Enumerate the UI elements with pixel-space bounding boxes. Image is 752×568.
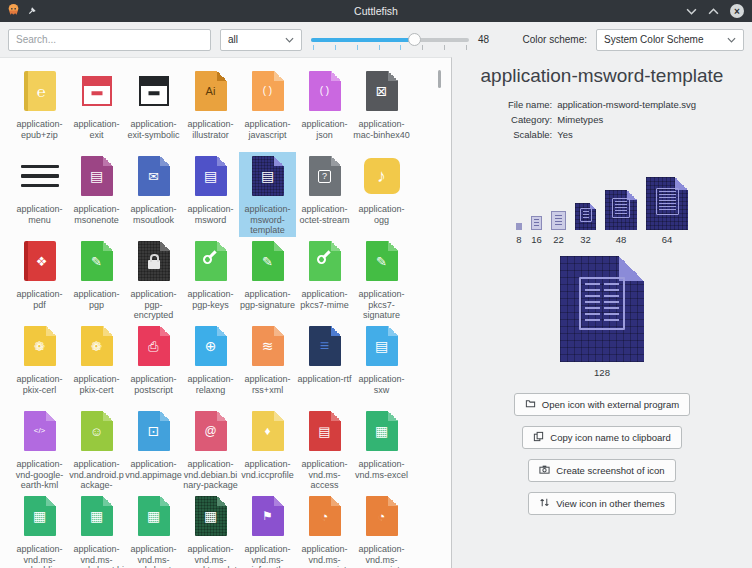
pin-icon[interactable] — [27, 2, 38, 20]
grid-item-application-vnd-ms-excel[interactable]: ▦application-vnd.ms-excel — [353, 407, 410, 492]
grid-item-application-vnd-iccprofile[interactable]: ♦application-vnd.iccprofile — [239, 407, 296, 492]
grid-item-application-vnd-ms-excel-templat[interactable]: ▦application-vnd.ms-excel.templat — [182, 492, 239, 568]
grid-item-application-pkcs7-mime[interactable]: application-pkcs7-mime — [296, 237, 353, 322]
other-themes-button[interactable]: View icon in other themes — [528, 492, 676, 515]
label-line: application- — [130, 204, 176, 215]
preview-size-label: 64 — [662, 234, 673, 245]
grid-item-application-vnd-debian-binary-package[interactable]: @application-vnd.debian.binary-package — [182, 407, 239, 492]
vertical-scrollbar[interactable] — [438, 70, 441, 88]
color-scheme-dropdown[interactable]: System Color Scheme — [596, 29, 744, 51]
label-line: application- — [356, 544, 408, 555]
grid-item-application-msonenote[interactable]: ▤application-msonenote — [68, 152, 125, 237]
grid-item-application-vnd-appimage[interactable]: ⊡application-vnd.appimage — [125, 407, 182, 492]
grid-item-application-pkix-cert[interactable]: ❁application-pkix-cert — [68, 322, 125, 407]
screenshot-button[interactable]: Create screenshot of icon — [528, 459, 675, 482]
label-line: pkix-cerl — [16, 385, 62, 396]
label-line: pkcs7-mime — [300, 300, 349, 311]
category-filter-value: all — [228, 34, 238, 45]
search-input[interactable] — [8, 29, 211, 51]
grid-item-application-relaxng[interactable]: ⊕application-relaxng — [182, 322, 239, 407]
titlebar-stripe — [141, 78, 167, 86]
glyph: ⎙ — [148, 340, 158, 353]
label-line: application- — [300, 289, 349, 300]
preview-64: 64 — [646, 177, 688, 245]
grid-item-application-json[interactable]: ( )application-json — [296, 67, 353, 152]
grid-item-application-pgp-encrypted[interactable]: application-pgp-encrypted — [125, 237, 182, 322]
application-vnd-iccprofile-icon: ♦ — [239, 407, 296, 455]
grid-item-application-sxw[interactable]: ▤application-sxw — [353, 322, 410, 407]
grid-item-application-vnd-google-earth-kml[interactable]: </>application-vnd-google-earth-kml — [11, 407, 68, 492]
details-panel: application-msword-template File name:ap… — [452, 57, 752, 568]
preview-size-label: 16 — [531, 234, 542, 245]
preview-icon-small — [531, 216, 542, 230]
grid-item-application-vnd-ms-excel-sheet-m[interactable]: ▦application-vnd.ms-excel.sheet.m — [125, 492, 182, 568]
grid-item-application-rss-xml[interactable]: ≋application-rss+xml — [239, 322, 296, 407]
grid-item-application-vnd-android-package-[interactable]: ☺application-vnd.android.package- — [68, 407, 125, 492]
label-line: application- — [130, 374, 176, 385]
minimize-button[interactable] — [686, 8, 697, 15]
folded-corner — [103, 326, 113, 336]
grid-item-application-exit-symbolic[interactable]: application-exit-symbolic — [125, 67, 182, 152]
label-line: vnd.debian.bi — [183, 470, 238, 481]
grid-item-application-vnd-ms-excel-addin-m[interactable]: ▦application-vnd.ms-excel.addin.m — [11, 492, 68, 568]
label-line: pdf — [16, 300, 62, 311]
grid-item-application-vnd-ms-infopath[interactable]: ⚑application-vnd.ms-infopath — [239, 492, 296, 568]
application-pgp-signature-icon: ✎ — [239, 237, 296, 285]
document-icon: ❁ — [24, 326, 56, 366]
document-icon: ▤ — [366, 326, 398, 366]
grid-item-application-vnd-ms-excel-sheet-bi[interactable]: ▦application-vnd.ms-excel.sheet.bi — [68, 492, 125, 568]
application-pdf-icon: ❖ — [11, 237, 68, 285]
selected-icon-title: application-msword-template — [481, 65, 724, 87]
folded-corner — [160, 326, 170, 336]
grid-item-label: application-msonenote — [73, 204, 119, 225]
application-illustrator-icon: Ai — [182, 67, 239, 115]
icon-size-slider[interactable] — [311, 29, 469, 51]
grid-item-application-menu[interactable]: application-menu — [11, 152, 68, 237]
label-line: encrypted — [130, 310, 176, 321]
grid-item-application-pgp-signature[interactable]: ✎application-pgp-signature — [239, 237, 296, 322]
close-button[interactable]: × — [730, 4, 744, 18]
grid-item-application-epub-zip[interactable]: ℮application-epub+zip — [11, 67, 68, 152]
open-external-button[interactable]: Open icon with external program — [514, 393, 690, 416]
grid-item-application-ogg[interactable]: ♪application-ogg — [353, 152, 410, 237]
category-filter-dropdown[interactable]: all — [220, 29, 302, 51]
label-line: application- — [12, 544, 68, 555]
grid-item-application-msword-template[interactable]: ▤application-msword-template — [239, 152, 296, 237]
grid-item-application-pgp[interactable]: ✎application-pgp — [68, 237, 125, 322]
application-pkcs7-signature-icon: ✎ — [353, 237, 410, 285]
grid-item-application-pdf[interactable]: ❖application-pdf — [11, 237, 68, 322]
preview-icon-small — [551, 211, 566, 230]
maximize-button[interactable] — [708, 8, 719, 15]
grid-item-application-pgp-keys[interactable]: application-pgp-keys — [182, 237, 239, 322]
grid-item-application-octet-stream[interactable]: ?application-octet-stream — [296, 152, 353, 237]
grid-item-application-msoutlook[interactable]: ✉application-msoutlook — [125, 152, 182, 237]
book-glyph: ℮ — [37, 84, 46, 99]
label-line: application- — [16, 119, 62, 130]
copy-name-button[interactable]: Copy icon name to clipboard — [522, 426, 681, 449]
grid-item-application-postscript[interactable]: ⎙application-postscript — [125, 322, 182, 407]
grid-item-application-vnd-ms-powerpoint-a[interactable]: ◔application-vnd.ms-powerpoint.a — [353, 492, 410, 568]
grid-item-label: application-vnd.iccprofile — [241, 459, 294, 480]
label-line: application- — [16, 374, 62, 385]
grid-item-label: application-vnd.android.package- — [69, 459, 124, 491]
grid-item-application-exit[interactable]: application-exit — [68, 67, 125, 152]
grid-item-application-vnd-ms-powerpoint[interactable]: ◔application-vnd.ms-powerpoint — [296, 492, 353, 568]
grid-item-application-msword[interactable]: ▤application-msword — [182, 152, 239, 237]
grid-item-application-illustrator[interactable]: Aiapplication-illustrator — [182, 67, 239, 152]
grid-item-application-javascript[interactable]: ( )application-javascript — [239, 67, 296, 152]
application-pgp-encrypted-icon — [125, 237, 182, 285]
grid-item-application-pkix-cerl[interactable]: ❁application-pkix-cerl — [11, 322, 68, 407]
grid-item-application-pkcs7-signature[interactable]: ✎application-pkcs7-signature — [353, 237, 410, 322]
label-line: sxw — [358, 385, 404, 396]
application-sxw-icon: ▤ — [353, 322, 410, 370]
glyph: ▦ — [204, 509, 217, 523]
slider-fill — [311, 38, 415, 42]
grid-item-application-vnd-ms-access[interactable]: ▤application-vnd.ms-access — [296, 407, 353, 492]
glyph: ▦ — [33, 509, 46, 523]
grid-item-application-mac-binhex40[interactable]: ⊠application-mac-binhex40 — [353, 67, 410, 152]
label-line: vnd.iccprofile — [241, 470, 294, 481]
window-title: Cuttlefish — [0, 5, 752, 17]
label-line: octet-stream — [299, 215, 349, 226]
grid-item-application-rtf[interactable]: ≡application-rtf — [296, 322, 353, 407]
slider-handle[interactable] — [408, 33, 421, 46]
